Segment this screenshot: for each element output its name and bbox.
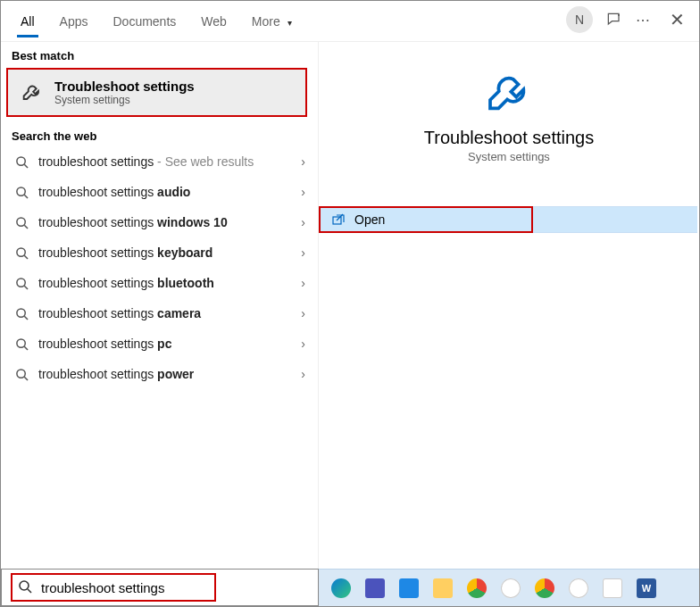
more-options-icon[interactable]: ⋯ [636,12,652,29]
open-button[interactable]: Open [319,206,533,233]
preview-column: Troubleshoot settings System settings Op… [319,42,699,569]
open-icon [331,212,346,227]
header-tabs: All Apps Documents Web More ▾ N ⋯ ✕ [1,1,699,42]
chevron-right-icon: › [301,245,305,260]
search-bar [1,569,319,606]
svg-point-5 [16,278,24,286]
svg-point-10 [20,581,29,590]
open-action-row[interactable]: Open [319,206,697,233]
chevron-right-icon: › [301,154,305,169]
taskbar-word-icon[interactable]: W [637,578,656,598]
section-best-match: Best match [1,42,318,66]
web-result-item[interactable]: troubleshoot settings bluetooth› [1,268,318,298]
web-results-list: troubleshoot settings - See web results›… [1,146,318,389]
web-result-text: troubleshoot settings bluetooth [38,276,214,290]
taskbar-snip-icon[interactable] [569,578,588,598]
taskbar-folder-icon[interactable] [433,578,453,598]
taskbar-slack-icon[interactable] [501,578,521,598]
search-icon [13,366,29,382]
chevron-right-icon: › [301,367,305,381]
wrench-icon [484,69,534,119]
open-label: Open [354,212,385,227]
web-result-text: troubleshoot settings keyboard [38,245,212,260]
taskbar-chrome2-icon[interactable] [535,578,554,598]
feedback-icon[interactable] [604,9,625,30]
search-icon [13,336,29,352]
tab-web[interactable]: Web [188,5,239,37]
taskbar-chrome-icon[interactable] [467,578,487,598]
svg-point-0 [618,14,620,16]
search-icon [13,245,29,261]
wrench-icon [19,79,46,106]
results-column: Best match Troubleshoot settings System … [1,42,319,569]
web-result-item[interactable]: troubleshoot settings pc› [1,328,318,359]
header-actions: N ⋯ ✕ [566,6,692,33]
chevron-right-icon: › [301,276,305,290]
preview-title: Troubleshoot settings [319,128,699,148]
search-input-highlight [11,573,216,602]
close-icon[interactable]: ✕ [662,9,692,30]
best-match-text: Troubleshoot settings System settings [54,79,195,106]
tab-apps[interactable]: Apps [47,5,101,37]
chevron-right-icon: › [301,215,305,229]
web-result-item[interactable]: troubleshoot settings power› [1,359,318,389]
svg-point-6 [16,308,24,316]
tab-documents[interactable]: Documents [100,5,188,37]
best-match-title: Troubleshoot settings [54,79,195,94]
chevron-right-icon: › [301,185,305,199]
web-result-text: troubleshoot settings windows 10 [38,215,228,229]
web-result-text: troubleshoot settings power [38,367,194,381]
section-search-web: Search the web [1,122,318,146]
search-icon [13,305,29,321]
search-icon [18,579,32,596]
tab-more-label: More [252,14,280,29]
chevron-right-icon: › [301,306,305,320]
best-match-subtitle: System settings [54,94,195,106]
search-icon [13,275,29,291]
search-panel: All Apps Documents Web More ▾ N ⋯ ✕ Best… [0,0,700,607]
search-icon [13,154,29,170]
taskbar-edge-icon[interactable] [331,578,351,598]
svg-point-1 [16,156,24,164]
web-result-text: troubleshoot settings pc [38,337,171,351]
web-result-text: troubleshoot settings - See web results [38,154,254,169]
preview-subtitle: System settings [319,150,699,163]
svg-point-7 [16,338,24,346]
tab-more[interactable]: More ▾ [239,5,304,37]
taskbar-explorer-icon[interactable] [399,578,419,598]
taskbar: W [319,569,699,606]
web-result-item[interactable]: troubleshoot settings keyboard› [1,237,318,268]
taskbar-paint-icon[interactable] [603,578,622,598]
svg-point-2 [16,187,24,195]
search-icon [13,214,29,230]
svg-point-4 [16,247,24,255]
user-avatar[interactable]: N [566,6,593,33]
web-result-item[interactable]: troubleshoot settings camera› [1,298,318,328]
web-result-text: troubleshoot settings audio [38,185,190,199]
search-icon [13,184,29,200]
tab-all[interactable]: All [8,5,47,37]
web-result-item[interactable]: troubleshoot settings windows 10› [1,207,318,237]
web-result-item[interactable]: troubleshoot settings - See web results› [1,146,318,177]
svg-point-8 [16,369,24,377]
search-input[interactable] [39,579,200,596]
taskbar-teams-icon[interactable] [365,578,385,598]
best-match-result[interactable]: Troubleshoot settings System settings [6,68,307,117]
content-columns: Best match Troubleshoot settings System … [1,42,699,569]
chevron-right-icon: › [301,337,305,351]
svg-point-3 [16,217,24,225]
chevron-down-icon: ▾ [288,18,292,28]
web-result-item[interactable]: troubleshoot settings audio› [1,177,318,207]
web-result-text: troubleshoot settings camera [38,306,201,320]
